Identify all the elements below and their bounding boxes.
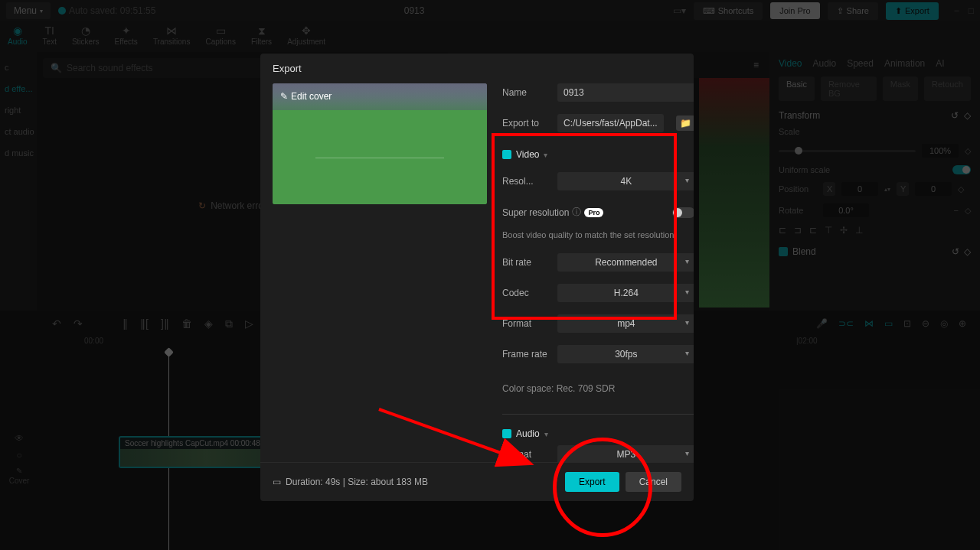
bitrate-label: Bit rate <box>502 257 550 268</box>
audio-section-label: Audio <box>516 428 540 439</box>
audio-format-dropdown[interactable]: MP3 <box>557 445 694 462</box>
resolution-dropdown[interactable]: 4K <box>557 172 694 190</box>
name-label: Name <box>502 87 550 98</box>
superres-toggle[interactable] <box>672 207 694 218</box>
audio-format-label: Format <box>502 449 550 460</box>
edit-cover-button[interactable]: ✎ Edit cover <box>280 91 332 102</box>
pencil-icon: ✎ <box>280 91 288 102</box>
superres-help: Boost video quality to match the set res… <box>502 229 694 241</box>
bitrate-dropdown[interactable]: Recommended <box>557 253 694 272</box>
name-input[interactable]: 0913 <box>557 83 694 102</box>
framerate-dropdown[interactable]: 30fps <box>557 345 694 363</box>
audio-checkbox[interactable] <box>502 429 511 438</box>
format-dropdown[interactable]: mp4 <box>557 314 694 333</box>
superres-label: Super resolution <box>502 207 569 218</box>
video-checkbox[interactable] <box>502 150 511 159</box>
folder-button[interactable]: 📁 <box>676 116 694 131</box>
exportto-label: Export to <box>502 118 550 129</box>
duration-text: Duration: 49s | Size: about 183 MB <box>286 477 428 487</box>
codec-dropdown[interactable]: H.264 <box>557 284 694 302</box>
export-modal: Export ✎ Edit cover Name 0913 Export to … <box>260 54 694 501</box>
chevron-down-icon[interactable]: ▾ <box>544 151 547 159</box>
video-section-label: Video <box>516 149 539 160</box>
color-space-info: Color space: Rec. 709 SDR <box>502 383 694 394</box>
export-button[interactable]: Export <box>565 472 619 492</box>
exportto-input[interactable]: C:/Users/fast/AppDat... <box>557 114 664 132</box>
codec-label: Codec <box>502 288 550 298</box>
cancel-button[interactable]: Cancel <box>626 472 681 492</box>
chevron-down-audio-icon[interactable]: ▾ <box>544 430 548 438</box>
export-modal-title: Export <box>260 54 694 83</box>
pro-badge: Pro <box>584 208 603 217</box>
cover-preview[interactable]: ✎ Edit cover <box>273 83 487 204</box>
resolution-label: Resol... <box>502 176 550 187</box>
film-icon: ▭ <box>273 477 281 487</box>
framerate-label: Frame rate <box>502 349 550 360</box>
info-icon[interactable]: ⓘ <box>572 206 581 219</box>
format-label: Format <box>502 318 550 329</box>
